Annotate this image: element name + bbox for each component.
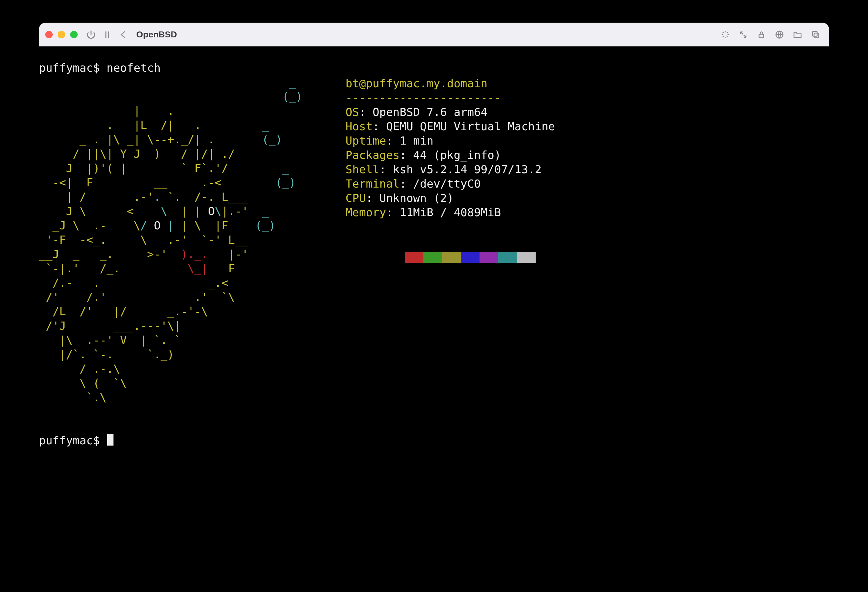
info-value: OpenBSD 7.6 arm64 xyxy=(373,106,487,118)
divider: ----------------------- xyxy=(345,91,501,104)
info-value: ksh v5.2.14 99/07/13.2 xyxy=(393,163,542,176)
color-swatch-red xyxy=(405,252,424,263)
lock-icon[interactable] xyxy=(757,30,766,39)
color-swatch-teal xyxy=(498,252,517,263)
globe-icon[interactable] xyxy=(775,30,784,39)
info-row: Uptime: 1 min xyxy=(345,134,555,148)
prompt: puffymac$ xyxy=(39,61,106,74)
window-controls xyxy=(45,31,80,38)
system-info: bt@puffymac.my.domain ------------------… xyxy=(343,75,555,266)
titlebar-right xyxy=(720,30,823,39)
minimize-button[interactable] xyxy=(58,31,65,38)
back-icon[interactable] xyxy=(118,29,129,40)
zoom-button[interactable] xyxy=(70,31,78,38)
color-swatch-magenta xyxy=(480,252,498,263)
info-value: 1 min xyxy=(400,134,433,147)
info-key: Terminal xyxy=(345,177,399,190)
info-key: Uptime xyxy=(345,134,386,147)
info-value: 44 (pkg_info) xyxy=(413,149,501,161)
info-value: QEMU QEMU Virtual Machine xyxy=(386,120,555,133)
user-host: bt@puffymac.my.domain xyxy=(345,77,487,90)
svg-rect-0 xyxy=(759,34,764,37)
info-key: Host xyxy=(345,120,373,133)
duplicate-icon[interactable] xyxy=(811,30,820,39)
prompt: puffymac$ xyxy=(39,434,106,447)
info-row: Shell: ksh v5.2.14 99/07/13.2 xyxy=(345,162,555,177)
color-swatches xyxy=(345,248,555,266)
info-value: 11MiB / 4089MiB xyxy=(400,206,501,219)
info-row: Packages: 44 (pkg_info) xyxy=(345,148,555,162)
info-row: OS: OpenBSD 7.6 arm64 xyxy=(345,105,555,119)
activity-icon[interactable] xyxy=(720,30,730,39)
neofetch-output: _ (_) | . . |L /| . _ _ . |\ _| \--+._/|… xyxy=(39,75,829,405)
info-key: Memory xyxy=(345,206,386,219)
window-title: OpenBSD xyxy=(134,29,177,40)
svg-rect-2 xyxy=(814,33,819,38)
info-key: Shell xyxy=(345,163,379,176)
share-icon[interactable] xyxy=(739,30,748,39)
info-row: CPU: Unknown (2) xyxy=(345,191,555,205)
svg-rect-3 xyxy=(812,31,817,36)
color-swatch-grey xyxy=(517,252,536,263)
folder-icon[interactable] xyxy=(793,30,802,39)
pause-icon[interactable] xyxy=(102,29,112,40)
titlebar: OpenBSD xyxy=(39,23,829,46)
terminal-window: OpenBSD puffymac$ neofetch xyxy=(39,22,829,592)
color-swatch-blue xyxy=(461,252,480,263)
info-value: Unknown (2) xyxy=(379,191,454,205)
info-key: Packages xyxy=(345,149,399,161)
info-row: Memory: 11MiB / 4089MiB xyxy=(345,205,555,219)
info-key: OS xyxy=(345,106,359,118)
color-swatch-black xyxy=(386,252,405,263)
command-text: neofetch xyxy=(106,61,161,74)
cursor xyxy=(107,434,114,446)
ascii-art: _ (_) | . . |L /| . _ _ . |\ _| \--+._/|… xyxy=(39,75,343,405)
terminal[interactable]: puffymac$ neofetch _ (_) | . . |L /| . _ xyxy=(39,46,829,592)
info-row: Host: QEMU QEMU Virtual Machine xyxy=(345,119,555,134)
info-key: CPU xyxy=(345,191,366,205)
color-swatch-green xyxy=(424,252,442,263)
info-row: Terminal: /dev/ttyC0 xyxy=(345,177,555,191)
close-button[interactable] xyxy=(45,31,53,38)
info-value: /dev/ttyC0 xyxy=(413,177,481,190)
power-icon[interactable] xyxy=(86,29,96,40)
color-swatch-olive xyxy=(442,252,461,263)
